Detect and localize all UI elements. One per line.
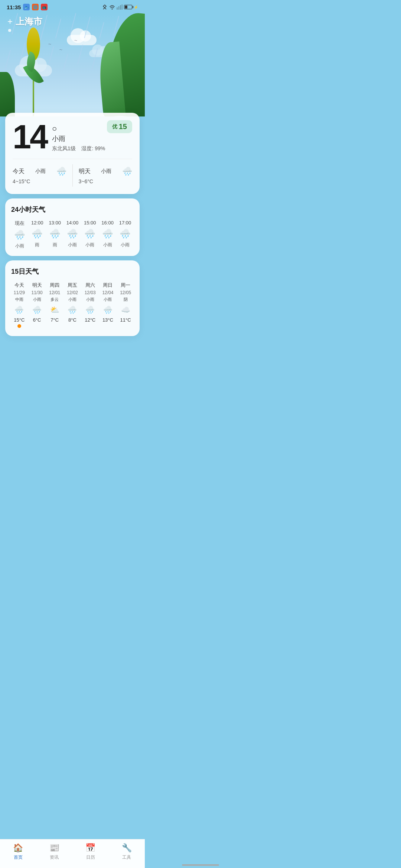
daily-summary: 今天 小雨 🌧️ 4~15°C 明天 小雨 🌧️ [13,159,132,187]
temp-unit: ○ [52,124,105,134]
forecast-day-3: 周五 12/02 小雨 🌧️ 8°C [64,282,81,328]
tomorrow-weather: 小雨 [101,168,111,175]
app-icon-3: 📺 [41,4,48,10]
hour-desc-1: 雨 [35,242,39,248]
charging-icon: ⚡ [134,5,138,9]
svg-rect-2 [118,6,120,10]
hour-time-3: 14:00 [66,220,79,226]
temperature-number: 14 [13,120,47,154]
forecast-temp-1: 6°C [33,317,41,323]
tomorrow-temp: 3~6°C [79,178,93,184]
forecast-temp-4: 12°C [85,317,95,323]
signal-icon [117,4,123,10]
bird-3: 〜 [74,39,77,43]
location-dot [8,29,11,32]
hour-icon-3: 🌧️ [67,228,78,239]
forecast-date-4: 12/03 [85,290,96,295]
today-weather-icon: 🌧️ [56,167,66,176]
forecast-label-2: 周四 [50,282,59,289]
forecast-day-0: 今天 11/29 中雨 🌧️ 15°C [11,282,27,328]
forecast-icon-4: 🌧️ [85,305,95,314]
hour-icon-0: 🌧️ [14,230,25,240]
forecast-label-1: 明天 [32,282,42,289]
weather-description: 小雨 [52,134,105,143]
hour-icon-6: 🌧️ [120,228,131,239]
battery-icon [124,5,132,9]
hourly-weather-card: 24小时天气 现在 🌧️ 小雨 12:00 🌧️ 雨 13:00 🌧️ 雨 14… [5,198,140,256]
forecast-temp-5: 13°C [102,317,113,323]
hour-icon-2: 🌧️ [49,228,61,239]
forecast-day-2: 周四 12/01 多云 ⛅ 7°C [46,282,63,328]
forecast-weather-2: 多云 [50,297,59,302]
hour-desc-4: 小雨 [85,242,94,248]
today-dot [17,324,21,328]
temperature-display: 14 ○ 小雨 东北风1级 湿度: 99% [13,120,105,154]
forecast-day-6: 周一 12/05 阴 ☁️ 11°C [117,282,134,328]
forecast-day-4: 周六 12/03 小雨 🌧️ 12°C [82,282,98,328]
forecast-weather-3: 小雨 [68,297,76,302]
forecast-day-1: 明天 11/30 小雨 🌧️ 6°C [29,282,45,328]
city-header: + 上海市 [0,16,145,27]
status-time: 11:35 [7,4,21,10]
city-name: 上海市 [16,16,42,27]
bird-2: 〜 [59,48,62,52]
forecast-weather-6: 阴 [124,297,128,302]
forecast-temp-3: 8°C [68,317,76,323]
forecast-weather-0: 中雨 [15,297,23,302]
hour-desc-6: 小雨 [121,242,130,248]
forecast-icon-3: 🌧️ [68,305,77,314]
hour-time-6: 17:00 [119,220,131,226]
main-content: 14 ○ 小雨 东北风1级 湿度: 99% 优 15 [0,113,145,378]
hour-time-0: 现在 [15,220,25,227]
forecast-date-3: 12/02 [67,290,78,295]
svg-rect-4 [122,4,123,10]
aqi-badge: 优 15 [107,120,132,133]
weather-wind: 东北风1级 湿度: 99% [52,145,105,152]
hour-icon-1: 🌧️ [32,228,43,239]
forecast-date-6: 12/05 [120,290,131,295]
aqi-value: 15 [119,122,127,131]
status-right: ⚡ [102,4,138,10]
current-weather-card: 14 ○ 小雨 东北风1级 湿度: 99% 优 15 [5,113,140,194]
bluetooth-icon [102,4,108,10]
add-city-button[interactable]: + [7,16,13,27]
hour-desc-0: 小雨 [15,243,24,249]
hour-item-1: 12:00 🌧️ 雨 [29,220,46,248]
hour-desc-5: 小雨 [103,242,112,248]
forecast-icon-1: 🌧️ [32,305,42,314]
today-temp: 4~15°C [13,178,30,184]
hour-time-4: 15:00 [84,220,96,226]
hour-time-5: 16:00 [101,220,114,226]
svg-point-0 [112,9,113,10]
hour-desc-2: 雨 [53,242,57,248]
temp-details: ○ 小雨 东北风1级 湿度: 99% [52,124,105,152]
hourly-row: 现在 🌧️ 小雨 12:00 🌧️ 雨 13:00 🌧️ 雨 14:00 🌧️ … [11,220,134,249]
app-icon-2: 🌐 [32,4,39,10]
hour-item-4: 15:00 🌧️ 小雨 [81,220,98,248]
today-block: 今天 小雨 🌧️ 4~15°C [13,167,66,184]
forecast-grid: 今天 11/29 中雨 🌧️ 15°C 明天 11/30 小雨 🌧️ 6°C 周… [11,282,134,328]
forecast-temp-2: 7°C [50,317,59,323]
forecast-temp-6: 11°C [120,317,131,323]
tomorrow-block: 明天 小雨 🌧️ 3~6°C [79,167,133,184]
forecast-label-6: 周一 [121,282,130,289]
hour-item-5: 16:00 🌧️ 小雨 [99,220,116,248]
forecast-title: 15日天气 [11,267,134,276]
bird-1: 〜 [48,42,51,46]
app-icon-1: 🐟 [23,4,30,10]
current-top: 14 ○ 小雨 东北风1级 湿度: 99% 优 15 [13,120,132,154]
forecast-weather-1: 小雨 [33,297,41,302]
status-left: 11:35 🐟 🌐 📺 [7,4,48,10]
forecast-weather-5: 小雨 [104,297,112,302]
today-weather: 小雨 [35,168,46,175]
forecast-weather-4: 小雨 [86,297,94,302]
tomorrow-label: 明天 [79,168,91,175]
hour-icon-4: 🌧️ [84,228,95,239]
hour-item-0: 现在 🌧️ 小雨 [11,220,28,249]
wifi-icon [109,4,115,10]
forecast-icon-2: ⛅ [50,305,59,314]
hour-time-1: 12:00 [31,220,43,226]
hour-item-6: 17:00 🌧️ 小雨 [117,220,134,248]
forecast-label-5: 周日 [103,282,113,289]
forecast-icon-0: 🌧️ [14,305,24,314]
